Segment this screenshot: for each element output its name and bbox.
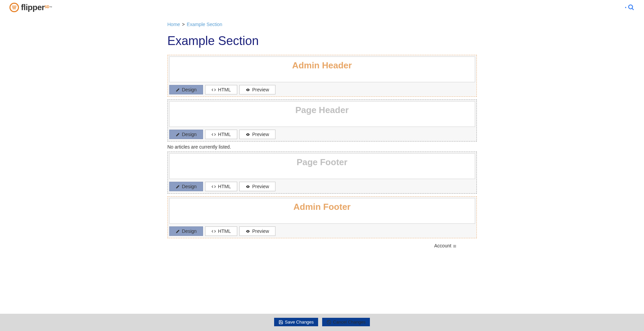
footer-account-label: Account bbox=[434, 243, 451, 248]
code-icon bbox=[212, 132, 216, 137]
eye-icon bbox=[246, 184, 250, 189]
pencil-icon bbox=[176, 88, 180, 92]
tab-preview-label: Preview bbox=[252, 184, 269, 189]
menu-icon bbox=[453, 244, 457, 248]
app-header: flipperSD™ • bbox=[0, 0, 644, 15]
tab-html-label: HTML bbox=[218, 87, 231, 92]
breadcrumb: Home > Example Section bbox=[168, 22, 477, 27]
admin-header-tabs: Design HTML Preview bbox=[168, 84, 476, 96]
code-icon bbox=[212, 184, 216, 189]
code-icon bbox=[212, 229, 216, 234]
tab-preview[interactable]: Preview bbox=[239, 182, 275, 191]
tab-html-label: HTML bbox=[218, 132, 231, 137]
footer-account-link[interactable]: Account bbox=[434, 243, 456, 248]
code-icon bbox=[212, 88, 216, 92]
logo-icon bbox=[9, 3, 19, 12]
search-icon bbox=[628, 4, 635, 11]
tab-design[interactable]: Design bbox=[169, 85, 203, 94]
page-header-heading: Page Header bbox=[175, 105, 469, 115]
admin-footer-block: Admin Footer Design HTML Preview bbox=[168, 196, 477, 238]
tab-html-label: HTML bbox=[218, 228, 231, 234]
admin-header-heading: Admin Header bbox=[175, 60, 469, 71]
logo-tm: ™ bbox=[49, 6, 52, 9]
tab-design[interactable]: Design bbox=[169, 130, 203, 139]
tab-html[interactable]: HTML bbox=[205, 182, 237, 191]
logo-wordmark: flipper bbox=[21, 3, 45, 12]
tab-preview-label: Preview bbox=[252, 228, 269, 234]
tab-design[interactable]: Design bbox=[169, 226, 203, 236]
breadcrumb-home[interactable]: Home bbox=[168, 22, 180, 27]
pencil-icon bbox=[176, 132, 180, 137]
tab-preview-label: Preview bbox=[252, 132, 269, 137]
page-title: Example Section bbox=[168, 34, 477, 48]
tab-html-label: HTML bbox=[218, 184, 231, 189]
tab-preview[interactable]: Preview bbox=[239, 130, 275, 139]
pencil-icon bbox=[176, 229, 180, 234]
search-button[interactable]: • bbox=[625, 4, 635, 11]
tab-design-label: Design bbox=[182, 132, 197, 137]
tab-design[interactable]: Design bbox=[169, 182, 203, 191]
tab-preview[interactable]: Preview bbox=[239, 85, 275, 94]
main-content: Home > Example Section Example Section A… bbox=[168, 15, 477, 282]
tab-preview-label: Preview bbox=[252, 87, 269, 92]
tab-html[interactable]: HTML bbox=[205, 130, 237, 139]
search-prefix-dot: • bbox=[625, 5, 626, 10]
page-footer-tabs: Design HTML Preview bbox=[168, 180, 476, 193]
tab-design-label: Design bbox=[182, 87, 197, 92]
page-header-tabs: Design HTML Preview bbox=[168, 128, 476, 141]
admin-footer-content[interactable]: Admin Footer bbox=[169, 198, 475, 224]
footer-links: Account bbox=[168, 241, 477, 248]
logo[interactable]: flipperSD™ bbox=[9, 3, 52, 12]
breadcrumb-current[interactable]: Example Section bbox=[187, 22, 222, 27]
pencil-icon bbox=[176, 184, 180, 189]
eye-icon bbox=[246, 229, 250, 234]
logo-text: flipperSD™ bbox=[21, 3, 52, 12]
svg-line-1 bbox=[632, 8, 634, 10]
logo-sd-suffix: SD bbox=[45, 5, 49, 9]
tab-design-label: Design bbox=[182, 228, 197, 234]
page-footer-block: Page Footer Design HTML Preview bbox=[168, 152, 477, 194]
page-footer-content[interactable]: Page Footer bbox=[169, 153, 475, 179]
eye-icon bbox=[246, 88, 250, 92]
page-header-block: Page Header Design HTML Preview bbox=[168, 100, 477, 141]
page-header-content[interactable]: Page Header bbox=[169, 101, 475, 127]
eye-icon bbox=[246, 132, 250, 137]
tab-design-label: Design bbox=[182, 184, 197, 189]
tab-html[interactable]: HTML bbox=[205, 85, 237, 94]
admin-footer-heading: Admin Footer bbox=[175, 202, 469, 212]
tab-html[interactable]: HTML bbox=[205, 226, 237, 236]
breadcrumb-separator: > bbox=[182, 22, 185, 27]
admin-header-block: Admin Header Design HTML Preview bbox=[168, 55, 477, 97]
page-footer-heading: Page Footer bbox=[175, 157, 469, 168]
no-articles-message: No articles are currently listed. bbox=[168, 144, 477, 150]
tab-preview[interactable]: Preview bbox=[239, 226, 275, 236]
admin-header-content[interactable]: Admin Header bbox=[169, 57, 475, 82]
admin-footer-tabs: Design HTML Preview bbox=[168, 225, 476, 238]
